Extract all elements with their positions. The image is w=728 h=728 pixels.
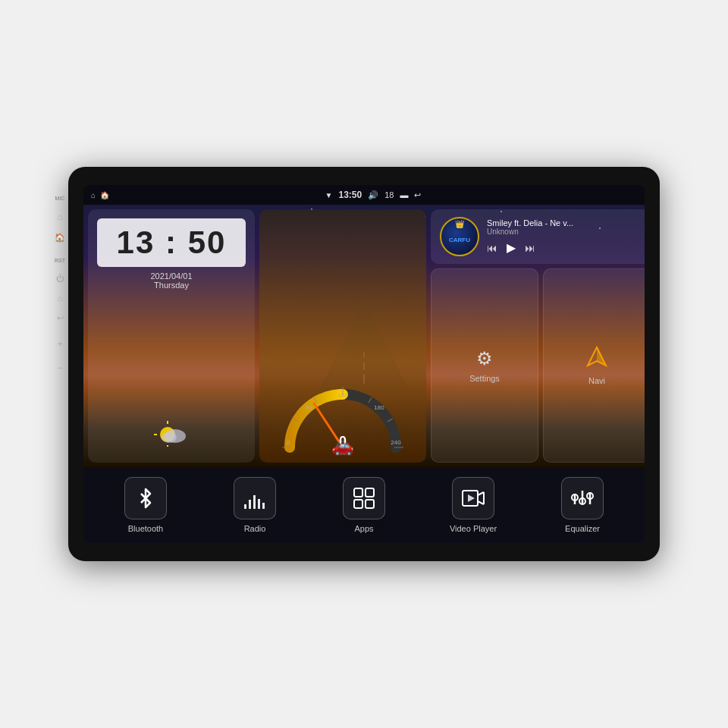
rst-label: RST: [55, 258, 65, 263]
album-art: 👑 CARFU: [440, 217, 479, 256]
clock-widget: 13 : 50 2021/04/01 Thursday: [88, 209, 255, 463]
svg-text:60: 60: [306, 404, 312, 411]
wifi-icon: ▼: [325, 191, 333, 199]
app-shortcuts: ⚙ Settings Navi: [431, 268, 645, 463]
main-content: 13 : 50 2021/04/01 Thursday: [83, 205, 645, 467]
day-text: Thursday: [97, 281, 246, 290]
status-center: ▼ 13:50 🔊 18 ▬ ↩: [325, 190, 422, 200]
music-controls: ⏮ ▶ ⏭: [487, 240, 642, 255]
battery-icon: ▬: [400, 190, 408, 199]
mic-label: MIC: [55, 196, 65, 201]
svg-marker-37: [468, 494, 475, 502]
video-player-button[interactable]: Video Player: [419, 477, 528, 533]
svg-rect-24: [244, 504, 246, 509]
radio-icon: [243, 488, 267, 509]
clock-date: 2021/04/01 Thursday: [97, 271, 246, 290]
side-buttons-panel: MIC ⌂ 🏠 RST ⏻ ⌂ ↩ ＋ －: [55, 196, 65, 375]
bluetooth-icon: [135, 488, 156, 509]
equalizer-button[interactable]: Equalizer: [528, 477, 637, 533]
next-button[interactable]: ⏭: [525, 242, 535, 254]
power-button[interactable]: ⏻: [56, 274, 64, 283]
crown-icon: 👑: [455, 220, 464, 228]
home2-icon: 🏠: [100, 191, 109, 199]
svg-text:0: 0: [287, 439, 290, 446]
weather-icon: [97, 418, 246, 453]
svg-rect-31: [354, 500, 362, 508]
volume-icon: 🔊: [368, 190, 378, 200]
speedometer-widget: 0 60 120 180 240 0 km/h 🚗: [259, 209, 426, 463]
date-text: 2021/04/01: [97, 271, 246, 281]
album-logo: CARFU: [449, 237, 470, 243]
bluetooth-button[interactable]: Bluetooth: [91, 477, 200, 533]
svg-rect-30: [366, 488, 374, 497]
navi-button[interactable]: Navi: [543, 268, 645, 463]
svg-rect-28: [262, 503, 265, 509]
music-artist: Unknown: [487, 228, 642, 236]
apps-label: Apps: [354, 524, 373, 533]
screen: ⌂ 🏠 ▼ 13:50 🔊 18 ▬ ↩: [83, 185, 645, 543]
music-info: Smiley ft. Delia - Ne v... Unknown ⏮ ▶ ⏭: [487, 218, 642, 255]
navi-label: Navi: [588, 376, 605, 385]
home-side-button[interactable]: ⌂: [58, 293, 63, 303]
vol-down-button[interactable]: －: [55, 361, 65, 375]
video-label: Video Player: [450, 524, 497, 533]
clock-display: 13 : 50: [97, 218, 246, 267]
svg-point-2: [162, 432, 177, 443]
car-silhouette: 🚗: [331, 435, 354, 457]
music-title: Smiley ft. Delia - Ne v...: [487, 218, 642, 228]
play-button[interactable]: ▶: [507, 240, 516, 255]
back-icon: ↩: [414, 190, 421, 200]
home-button[interactable]: ⌂: [57, 212, 62, 222]
settings-icon: ⚙: [476, 348, 493, 369]
svg-line-35: [478, 501, 484, 504]
svg-rect-25: [249, 500, 251, 509]
home-icon: ⌂: [91, 191, 96, 199]
svg-text:180: 180: [374, 404, 384, 411]
radio-icon-wrap: [234, 477, 276, 519]
svg-line-34: [478, 492, 484, 495]
eq-icon-wrap: [561, 477, 604, 519]
radio-button[interactable]: Radio: [200, 477, 309, 533]
radio-label: Radio: [244, 524, 266, 533]
volume-level: 18: [384, 190, 394, 199]
equalizer-label: Equalizer: [565, 524, 600, 533]
bluetooth-label: Bluetooth: [128, 524, 163, 533]
right-panel: 👑 CARFU Smiley ft. Delia - Ne v... Unkno…: [431, 209, 645, 463]
music-widget: 👑 CARFU Smiley ft. Delia - Ne v... Unkno…: [431, 209, 645, 264]
bottom-nav: Bluetooth Radio: [83, 467, 645, 543]
apps-icon-wrap: [343, 477, 385, 519]
apps-icon: [353, 487, 375, 510]
svg-rect-32: [366, 500, 374, 508]
widgets-area: 13 : 50 2021/04/01 Thursday: [83, 205, 645, 467]
equalizer-icon: [571, 488, 594, 509]
svg-rect-27: [258, 499, 260, 509]
svg-rect-26: [253, 495, 256, 509]
settings-label: Settings: [469, 374, 500, 383]
navi-icon: [586, 346, 607, 372]
video-icon: [461, 488, 485, 509]
video-icon-wrap: [452, 477, 494, 519]
status-left: ⌂ 🏠: [91, 191, 109, 199]
svg-rect-29: [354, 488, 362, 497]
prev-button[interactable]: ⏮: [487, 242, 497, 254]
apps-button[interactable]: Apps: [309, 477, 419, 533]
house2-button[interactable]: 🏠: [55, 233, 65, 243]
svg-text:120: 120: [337, 392, 348, 399]
status-bar: ⌂ 🏠 ▼ 13:50 🔊 18 ▬ ↩: [83, 185, 645, 205]
settings-button[interactable]: ⚙ Settings: [431, 268, 538, 463]
svg-text:240: 240: [391, 439, 401, 446]
car-head-unit: MIC ⌂ 🏠 RST ⏻ ⌂ ↩ ＋ － ⌂ 🏠 ▼ 13:50 🔊 18 ▬…: [68, 167, 660, 561]
status-time: 13:50: [339, 190, 362, 200]
back-side-button[interactable]: ↩: [57, 313, 64, 323]
bluetooth-icon-wrap: [124, 477, 167, 519]
vol-up-button[interactable]: ＋: [55, 337, 65, 350]
